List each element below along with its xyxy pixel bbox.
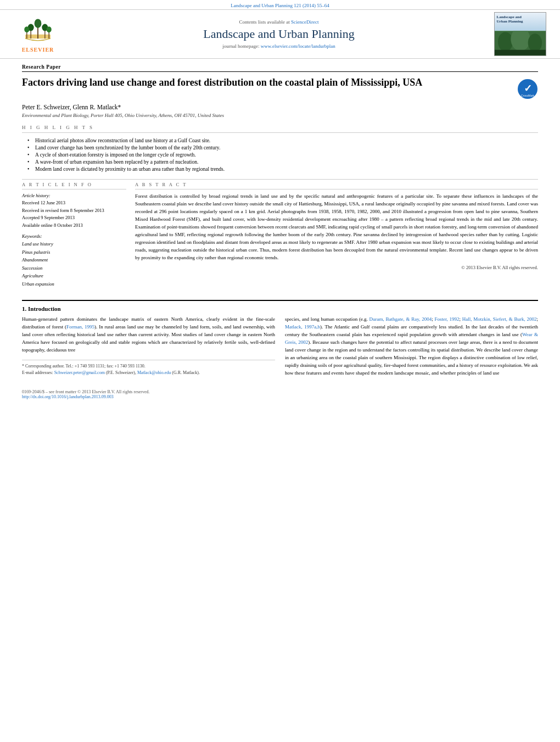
highlight-item: A wave-front of urban expansion has been… (27, 158, 538, 165)
footnotes: * Corresponding author. Tel.: +1 740 593… (22, 360, 275, 376)
received-date: Received 12 June 2013 Received in revise… (22, 199, 126, 229)
svg-point-6 (24, 26, 29, 32)
page: Landscape and Urban Planning 121 (2014) … (0, 0, 560, 742)
article-history: Article history: Received 12 June 2013 R… (22, 193, 126, 229)
footer: 0169-2046/$ – see front matter © 2013 El… (0, 387, 560, 401)
ref-duram[interactable]: Duram, Bathgate, & Ray, 2004 (369, 316, 432, 322)
affiliation: Environmental and Plant Biology, Porter … (22, 113, 538, 118)
svg-point-2 (35, 19, 42, 27)
footnote-emails: E-mail addresses: Schweizer.peter@gmail.… (22, 370, 275, 376)
article-info-column: A R T I C L E I N F O Article history: R… (22, 182, 126, 292)
crossmark-badge: ✓ CrossMark (517, 79, 538, 99)
highlight-item: Modern land cover is dictated by proximi… (27, 165, 538, 172)
journal-title: Landscape and Urban Planning (79, 27, 479, 41)
journal-title-section: Contents lists available at ScienceDirec… (68, 19, 490, 49)
article-title: Factors driving land use change and fore… (22, 76, 517, 89)
intro-columns: Human-generated pattern dominates the la… (22, 316, 538, 377)
footer-doi[interactable]: http://dx.doi.org/10.1016/j.landurbplan.… (22, 394, 538, 399)
journal-header: ELSEVIER Contents lists available at Sci… (0, 9, 560, 59)
highlights-list: Historical aerial photos allow reconstru… (22, 137, 538, 172)
abstract-text: Forest distribution is controlled by bro… (135, 193, 538, 261)
highlight-item: A cycle of short-rotation forestry is im… (27, 151, 538, 158)
article-type: Research Paper (22, 64, 538, 72)
article-info-abstract: A R T I C L E I N F O Article history: R… (22, 179, 538, 292)
elsevier-logo-container: ELSEVIER (8, 15, 68, 53)
intro-text-left: Human-generated pattern dominates the la… (22, 316, 275, 354)
ref-hall[interactable]: Hall, Motzkin, Siefert, & Burk, 2002 (462, 316, 537, 322)
keywords-title: Keywords: (22, 233, 126, 239)
cover-title: Landscape and Urban Planning (497, 15, 523, 24)
article-title-row: Factors driving land use change and fore… (22, 76, 538, 99)
journal-citation-link[interactable]: Landscape and Urban Planning 121 (2014) … (231, 3, 329, 8)
cover-image (495, 31, 546, 55)
footnote-corresponding: * Corresponding author. Tel.: +1 740 593… (22, 363, 275, 370)
intro-heading: 1. Introduction (22, 305, 538, 312)
abstract-column: A B S T R A C T Forest distribution is c… (135, 182, 538, 292)
footer-issn: 0169-2046/$ – see front matter © 2013 El… (22, 389, 538, 394)
ref-wear[interactable]: Wear & Greis, 2002 (285, 332, 538, 345)
highlight-item: Historical aerial photos allow reconstru… (27, 137, 538, 144)
content-area: Research Paper Factors driving land use … (0, 59, 560, 387)
history-title: Article history: (22, 193, 126, 198)
elsevier-brand: ELSEVIER (22, 47, 54, 53)
abstract-label: A B S T R A C T (135, 182, 538, 189)
intro-col-right: species, and long human occupation (e.g.… (285, 316, 538, 377)
keywords-list: Land use history Pinus palustris Abandon… (22, 240, 126, 288)
keywords-group: Keywords: Land use history Pinus palustr… (22, 233, 126, 288)
svg-point-14 (528, 34, 541, 52)
journal-homepage: journal homepage: www.elsevier.com/locat… (79, 43, 479, 49)
intro-text-right: species, and long human occupation (e.g.… (285, 316, 538, 377)
ref-foster[interactable]: Foster, 1992 (434, 316, 459, 322)
ref-forman[interactable]: Forman, 1995 (66, 324, 94, 330)
ref-matlack[interactable]: Matlack, 1997a,b (285, 324, 320, 330)
elsevier-tree-icon (21, 15, 54, 46)
svg-point-12 (497, 32, 512, 51)
highlights-label: H I G H L I G H T S (22, 125, 538, 133)
svg-rect-15 (495, 50, 546, 55)
sciencedirect-link[interactable]: ScienceDirect (291, 19, 318, 25)
svg-point-10 (47, 26, 52, 32)
contents-available: Contents lists available at ScienceDirec… (79, 19, 479, 25)
journal-cover: Landscape and Urban Planning (494, 12, 546, 56)
highlight-item: Land cover change has been synchronized … (27, 144, 538, 151)
copyright: © 2013 Elsevier B.V. All rights reserved… (135, 265, 538, 270)
footnote-email2-link[interactable]: Matlack@ohio.edu (137, 370, 171, 375)
introduction-section: 1. Introduction Human-generated pattern … (22, 300, 538, 377)
intro-col-left: Human-generated pattern dominates the la… (22, 316, 275, 377)
footnote-email1-link[interactable]: Schweizer.peter@gmail.com (54, 370, 105, 375)
svg-text:✓: ✓ (524, 83, 532, 94)
svg-text:CrossMark: CrossMark (521, 94, 535, 97)
highlights-section: H I G H L I G H T S Historical aerial ph… (22, 125, 538, 172)
homepage-url[interactable]: www.elsevier.com/locate/landurbplan (261, 43, 335, 49)
article-info-label: A R T I C L E I N F O (22, 182, 126, 189)
journal-cover-container: Landscape and Urban Planning (490, 12, 550, 56)
authors: Peter E. Schweizer, Glenn R. Matlack* (22, 104, 538, 110)
